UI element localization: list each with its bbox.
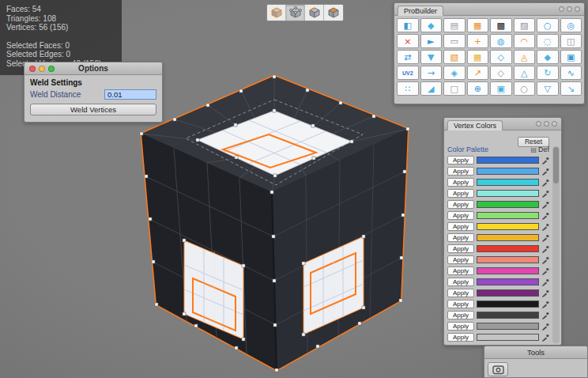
probuilder-tool-button[interactable]: ○ [537,18,559,32]
eyedropper-icon[interactable] [541,223,549,231]
color-swatch[interactable] [477,157,539,164]
probuilder-tool-button[interactable]: ◢ [420,81,443,96]
probuilder-tool-button[interactable]: ▣ [490,81,512,96]
probuilder-tool-button[interactable]: + [467,34,489,48]
eyedropper-icon[interactable] [541,289,549,297]
probuilder-tool-button[interactable]: ◍ [490,34,512,48]
eyedropper-icon[interactable] [541,168,549,176]
eyedropper-icon[interactable] [541,179,549,187]
eyedropper-icon[interactable] [541,334,549,342]
apply-button[interactable]: Apply [447,322,474,331]
unity-scene-view[interactable]: Faces: 54Triangles: 108Vertices: 56 (156… [0,0,588,378]
color-swatch[interactable] [477,323,539,330]
probuilder-tool-button[interactable]: ⊕ [467,81,489,96]
apply-button[interactable]: Apply [447,200,474,209]
color-swatch[interactable] [477,256,539,263]
probuilder-tool-button[interactable]: ◎ [560,18,582,32]
eyedropper-icon[interactable] [541,267,549,275]
window-menu-icon[interactable] [567,6,572,12]
eyedropper-icon[interactable] [541,312,549,319]
apply-button[interactable]: Apply [447,244,474,253]
probuilder-tool-button[interactable]: ▭ [443,34,466,48]
eyedropper-icon[interactable] [541,201,549,209]
apply-button[interactable]: Apply [447,222,474,231]
eyedropper-icon[interactable] [541,157,549,164]
color-swatch[interactable] [477,278,539,285]
probuilder-tool-button[interactable]: ▤ [443,18,466,32]
window-menu-icon[interactable] [536,121,541,127]
probuilder-tool-button[interactable]: ○ [514,81,536,96]
eyedropper-icon[interactable] [541,212,549,220]
apply-button[interactable]: Apply [447,333,474,342]
probuilder-tool-button[interactable]: ◈ [443,66,466,80]
color-swatch[interactable] [477,212,539,219]
object-select-button[interactable] [267,5,286,21]
probuilder-tool-button[interactable]: ◠ [514,34,536,48]
probuilder-tool-button[interactable]: ▨ [514,18,536,32]
window-menu-icon[interactable] [559,6,564,12]
weld-distance-input[interactable] [104,89,156,100]
apply-button[interactable]: Apply [447,278,474,286]
apply-button[interactable]: Apply [447,255,474,264]
eyedropper-icon[interactable] [541,190,549,198]
probuilder-tool-button[interactable]: ▦ [467,18,489,32]
probuilder-tool-button[interactable]: × [397,34,419,48]
probuilder-tool-button[interactable]: ◆ [537,50,559,64]
apply-button[interactable]: Apply [447,156,474,164]
color-swatch[interactable] [477,267,539,274]
probuilder-tool-button[interactable]: ► [420,34,443,48]
probuilder-tool-button[interactable]: ◫ [560,34,582,48]
tools-titlebar[interactable]: Tools [484,346,587,359]
color-swatch[interactable] [477,245,539,252]
palette-preset[interactable]: ▤ Def [530,146,549,153]
apply-button[interactable]: Apply [447,211,474,220]
probuilder-tool-button[interactable]: ▦ [467,50,489,64]
probuilder-tool-button[interactable]: ▩ [490,18,512,32]
probuilder-tool-button[interactable]: ◇ [490,50,512,64]
probuilder-tool-button[interactable]: ◧ [397,18,419,32]
window-menu-icon[interactable] [552,121,557,127]
probuilder-tool-button[interactable]: ◆ [420,18,443,32]
edge-select-button[interactable] [305,5,324,21]
eyedropper-icon[interactable] [541,245,549,253]
color-swatch[interactable] [477,223,539,230]
apply-button[interactable]: Apply [447,167,474,176]
vertex-select-button[interactable] [286,5,305,21]
vertex-colors-titlebar[interactable]: Vertex Colors [444,118,561,130]
window-menu-icon[interactable] [544,121,549,127]
view-tool-button[interactable] [488,362,508,376]
apply-button[interactable]: Apply [447,189,474,198]
color-swatch[interactable] [477,179,539,186]
probuilder-tool-button[interactable]: ◬ [514,50,536,64]
apply-button[interactable]: Apply [447,311,474,319]
color-swatch[interactable] [477,334,539,341]
face-select-button[interactable] [324,5,343,21]
apply-button[interactable]: Apply [447,233,474,242]
eyedropper-icon[interactable] [541,256,549,264]
window-menu-icon[interactable] [575,6,580,12]
minimize-icon[interactable] [39,66,45,72]
apply-button[interactable]: Apply [447,266,474,275]
probuilder-tool-button[interactable]: ∷ [397,81,419,96]
color-swatch[interactable] [477,289,539,297]
apply-button[interactable]: Apply [447,300,474,308]
color-swatch[interactable] [477,234,539,241]
scrollbar-thumb[interactable] [553,147,559,183]
eyedropper-icon[interactable] [541,323,549,331]
eyedropper-icon[interactable] [541,234,549,242]
options-titlebar[interactable]: Options [24,62,162,75]
color-swatch[interactable] [477,301,539,308]
color-swatch[interactable] [477,201,539,208]
apply-button[interactable]: Apply [447,289,474,297]
weld-vertices-button[interactable]: Weld Vertices [30,104,156,115]
color-swatch[interactable] [477,312,539,319]
probuilder-tool-button[interactable]: △ [514,66,536,80]
probuilder-tool-button[interactable]: ∿ [560,66,582,80]
probuilder-tool-button[interactable]: ↗ [467,66,489,80]
vertex-colors-tab[interactable]: Vertex Colors [447,120,503,130]
color-swatch[interactable] [477,190,539,197]
color-swatch[interactable] [477,168,539,175]
eyedropper-icon[interactable] [541,278,549,286]
probuilder-titlebar[interactable]: ProBuilder [394,3,584,16]
apply-button[interactable]: Apply [447,178,474,187]
